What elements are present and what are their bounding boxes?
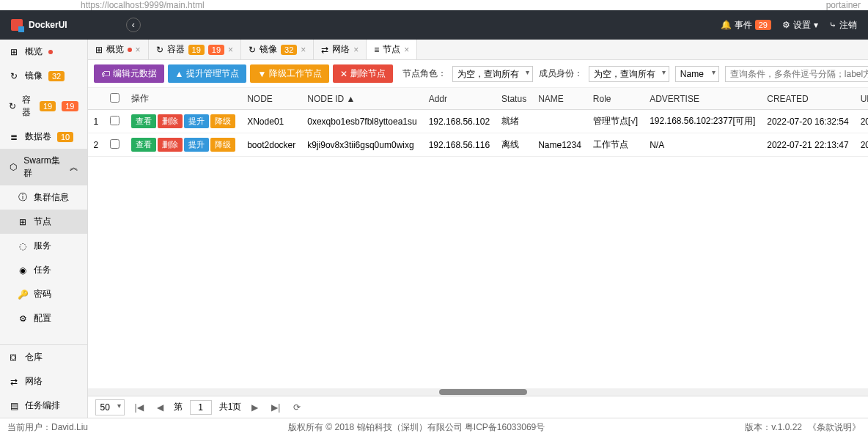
- cell-node: boot2docker: [241, 133, 301, 157]
- cell-node-id: 0xexqbo1esb7fbl8yttoea1su: [301, 110, 422, 133]
- footer: 当前用户： David.Liu 版权所有 © 2018 锦铂科技（深圳）有限公司…: [0, 418, 868, 436]
- network-icon: ⇄: [321, 45, 328, 55]
- next-page-button[interactable]: ▶: [249, 401, 261, 414]
- table-row[interactable]: 2 查看删除提升降级 boot2docker k9ji9ov8x3tii6gsq…: [88, 133, 869, 157]
- scrollbar-thumb[interactable]: [439, 389, 527, 395]
- cell-check: [104, 110, 125, 133]
- status-dot: [48, 50, 53, 54]
- sidebar-secrets[interactable]: 🔑密码: [0, 282, 87, 306]
- col-ops[interactable]: 操作: [125, 88, 241, 110]
- reload-button[interactable]: ⟳: [290, 401, 304, 414]
- edit-metadata-button[interactable]: 🏷编辑元数据: [94, 64, 164, 83]
- nodes-icon: ≡: [374, 45, 379, 55]
- cell-role: 工作节点: [587, 133, 644, 157]
- col-node[interactable]: NODE: [241, 88, 301, 110]
- sidebar-overview[interactable]: ⊞概览: [0, 40, 87, 64]
- info-icon: ⓘ: [18, 191, 28, 204]
- table: 操作 NODE NODE ID ▲ Addr Status NAME Role …: [88, 88, 869, 388]
- cell-addr: 192.168.56.116: [423, 133, 496, 157]
- table-row[interactable]: 1 查看删除提升降级 XNode01 0xexqbo1esb7fbl8yttoe…: [88, 110, 869, 133]
- search-input[interactable]: [725, 66, 868, 82]
- row-op-1[interactable]: 删除: [158, 138, 183, 152]
- row-op-0[interactable]: 查看: [131, 114, 156, 128]
- sidebar-configs[interactable]: ⚙配置: [0, 306, 87, 330]
- tag-icon: 🏷: [101, 69, 110, 79]
- horizontal-scrollbar[interactable]: [88, 388, 869, 396]
- page-input[interactable]: [190, 400, 212, 415]
- settings-button[interactable]: ⚙ 设置 ▾: [782, 19, 818, 32]
- cell-role: 管理节点[√]: [587, 110, 644, 133]
- sidebar-containers[interactable]: ↻容器1919: [0, 88, 87, 125]
- browser-bar: https://localhost:9999/main.html portain…: [0, 0, 868, 10]
- tab-images[interactable]: ↻镜像32×: [241, 40, 314, 59]
- terms-link[interactable]: 《条款说明》: [808, 421, 861, 434]
- name-select[interactable]: Name: [675, 66, 719, 82]
- first-page-button[interactable]: |◀: [132, 401, 147, 414]
- back-button[interactable]: ‹: [126, 18, 141, 32]
- tabs: ⊞概览× ↻容器1919× ↻镜像32× ⇄网络× ≡节点× ⌂ ⟳ ✕ ⛶: [88, 40, 869, 60]
- grid-icon: ⊞: [9, 47, 19, 57]
- sidebar-networks[interactable]: ⇄网络: [0, 369, 87, 393]
- col-node-id[interactable]: NODE ID ▲: [301, 88, 422, 110]
- sidebar-images[interactable]: ↻镜像32: [0, 64, 87, 88]
- row-op-2[interactable]: 提升: [184, 114, 209, 128]
- collapse-icon: ︽: [70, 161, 78, 174]
- cell-idx: 2: [88, 133, 105, 157]
- check-all[interactable]: [110, 93, 119, 103]
- col-advertise[interactable]: ADVERTISE: [644, 88, 761, 110]
- tab-networks[interactable]: ⇄网络×: [314, 40, 367, 59]
- close-icon[interactable]: ×: [136, 45, 141, 55]
- demote-button[interactable]: ▼降级工作节点: [250, 64, 329, 83]
- chevron-down-icon: ▾: [814, 20, 818, 30]
- sidebar-schedule[interactable]: ▤任务编排: [0, 393, 87, 418]
- page-size-select[interactable]: 50: [95, 399, 125, 415]
- cell-check: [104, 133, 125, 157]
- col-name[interactable]: NAME: [532, 88, 587, 110]
- cell-node-id: k9ji9ov8x3tii6gsq0um0wixg: [301, 133, 422, 157]
- row-op-3[interactable]: 降级: [210, 114, 235, 128]
- col-role[interactable]: Role: [587, 88, 644, 110]
- sidebar-volumes[interactable]: ≣数据卷10: [0, 125, 87, 149]
- prev-page-button[interactable]: ◀: [154, 401, 166, 414]
- close-icon[interactable]: ×: [228, 45, 233, 55]
- refresh-icon: ↻: [9, 101, 16, 111]
- cell-status: 离线: [496, 133, 532, 157]
- events-button[interactable]: 🔔 事件 29: [721, 19, 771, 32]
- row-op-3[interactable]: 降级: [210, 138, 235, 152]
- tab-containers[interactable]: ↻容器1919×: [149, 40, 242, 59]
- member-select[interactable]: 为空，查询所有: [589, 66, 669, 82]
- sidebar-services[interactable]: ◌服务: [0, 234, 87, 258]
- promote-button[interactable]: ▲提升管理节点: [168, 64, 247, 83]
- sidebar-repos[interactable]: ⛋仓库: [0, 345, 87, 369]
- cell-idx: 1: [88, 110, 105, 133]
- down-icon: ▼: [257, 69, 266, 79]
- close-icon[interactable]: ×: [353, 45, 358, 55]
- delete-button[interactable]: ✕删除节点: [333, 64, 393, 83]
- sidebar-nodes[interactable]: ⊞节点: [0, 210, 87, 234]
- col-created[interactable]: CREATED: [761, 88, 854, 110]
- bookmark[interactable]: portainer: [826, 0, 861, 10]
- col-updated[interactable]: UPDATED: [855, 88, 868, 110]
- row-op-0[interactable]: 查看: [131, 138, 156, 152]
- row-op-1[interactable]: 删除: [158, 114, 183, 128]
- col-addr[interactable]: Addr: [423, 88, 496, 110]
- row-op-2[interactable]: 提升: [184, 138, 209, 152]
- role-select[interactable]: 为空，查询所有: [452, 66, 533, 82]
- col-status[interactable]: Status: [496, 88, 532, 110]
- last-page-button[interactable]: ▶|: [268, 401, 283, 414]
- close-icon[interactable]: ×: [404, 45, 409, 55]
- sidebar-swarm[interactable]: ⬡Swarm集群︽: [0, 149, 87, 185]
- row-check[interactable]: [110, 116, 119, 125]
- tab-overview[interactable]: ⊞概览×: [88, 40, 149, 59]
- current-user: David.Liu: [51, 422, 88, 432]
- tab-nodes[interactable]: ≡节点×: [367, 40, 417, 59]
- logo[interactable]: DockerUI: [11, 19, 67, 31]
- cell-ops: 查看删除提升降级: [125, 110, 241, 133]
- sidebar-tasks[interactable]: ◉任务: [0, 258, 87, 282]
- close-icon[interactable]: ×: [301, 45, 306, 55]
- cell-updated: 2022-08-12 12:15:35: [855, 110, 868, 133]
- logout-button[interactable]: ⤷ 注销: [829, 19, 857, 32]
- table-header: 操作 NODE NODE ID ▲ Addr Status NAME Role …: [88, 88, 869, 110]
- row-check[interactable]: [110, 139, 119, 149]
- sidebar-cluster-info[interactable]: ⓘ集群信息: [0, 185, 87, 210]
